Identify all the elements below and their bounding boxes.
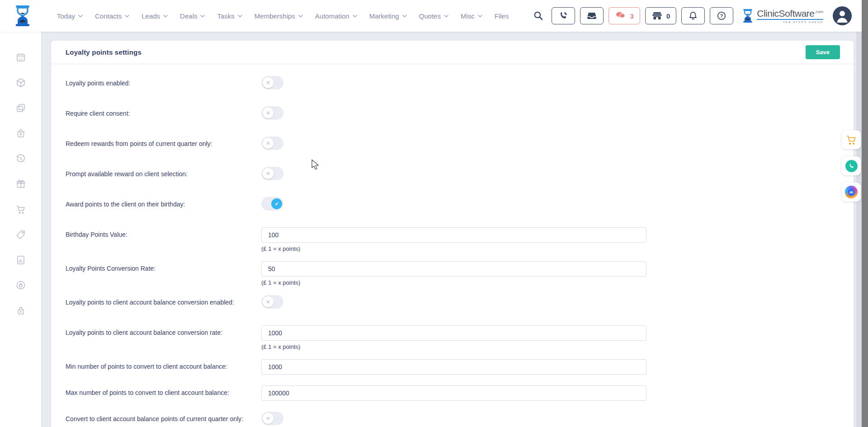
save-button[interactable]: Save (806, 45, 840, 59)
user-avatar[interactable] (833, 6, 852, 25)
toggle-switch-off[interactable]: ✕ (261, 106, 283, 120)
chat-button[interactable]: 3 (609, 7, 640, 24)
toggle-switch-off[interactable]: ✕ (261, 76, 283, 89)
nav-item-label: Memberships (255, 12, 295, 20)
history-icon[interactable] (16, 154, 26, 164)
pos-badge: 0 (666, 12, 670, 20)
nav-item-contacts[interactable]: Contacts (95, 12, 129, 20)
form-row: Loyalty points to client account balance… (66, 325, 840, 350)
form-row: Convert to client account balance points… (66, 412, 840, 425)
cross-icon: ✕ (263, 138, 274, 149)
cart-icon (846, 134, 857, 145)
field-label: Loyalty points to client account balance… (66, 295, 261, 306)
text-input[interactable] (261, 261, 646, 277)
toggle-switch-on[interactable]: ✓ (261, 197, 283, 211)
nav-item-quotes[interactable]: Quotes (419, 12, 448, 20)
field-label: Birthday Points Value: (66, 227, 261, 238)
gift-icon[interactable] (16, 179, 26, 189)
form-row: Max number of points to convert to clien… (66, 385, 840, 401)
chevron-down-icon (402, 14, 407, 18)
cross-icon: ✕ (263, 77, 274, 88)
cross-icon: ✕ (263, 108, 274, 118)
notifications-button[interactable] (681, 7, 705, 24)
nav-item-label: Misc (461, 12, 475, 20)
form-row: Prompt available reward on client select… (66, 167, 840, 180)
left-sidebar: 12 (0, 32, 41, 427)
chat-badge: 3 (630, 12, 634, 20)
account-privacy-icon[interactable] (16, 280, 26, 290)
nav-item-label: Files (495, 12, 509, 20)
cart-icon[interactable] (16, 204, 26, 214)
nav-item-marketing[interactable]: Marketing (369, 12, 407, 20)
nav-item-label: Deals (180, 12, 197, 20)
field-label: Prompt available reward on client select… (66, 167, 261, 178)
nav-item-files[interactable]: Files (495, 12, 509, 20)
toggle-switch-off[interactable]: ✕ (261, 295, 283, 309)
pos-store-button[interactable]: 0 (645, 7, 676, 24)
chevron-down-icon (444, 14, 448, 18)
chevron-down-icon (78, 14, 83, 18)
nav-item-automation[interactable]: Automation (315, 12, 357, 20)
nav-item-deals[interactable]: Deals (180, 12, 205, 20)
field-control: ✕ (261, 167, 283, 180)
nav-item-memberships[interactable]: Memberships (255, 12, 303, 20)
nav-item-leads[interactable]: Leads (142, 12, 168, 20)
chevron-down-icon (163, 14, 168, 18)
field-label: Min number of points to convert to clien… (66, 359, 261, 370)
form-row: Redeem rewards from points of current qu… (66, 136, 840, 150)
field-control: (£ 1 = x points) (261, 261, 646, 286)
quick-cart-button[interactable] (842, 130, 861, 149)
help-button[interactable]: ? (710, 7, 733, 24)
text-input[interactable] (261, 385, 646, 401)
toggle-switch-off[interactable]: ✕ (261, 412, 283, 425)
brand-tld: .com (814, 9, 823, 14)
text-input[interactable] (261, 227, 646, 243)
toggle-switch-off[interactable]: ✕ (261, 136, 283, 150)
quick-phone-button[interactable] (842, 156, 861, 175)
nav-item-label: Quotes (419, 12, 441, 20)
field-control (261, 359, 646, 375)
price-tag-icon[interactable] (16, 230, 26, 239)
nav-item-label: Automation (315, 12, 349, 20)
form-rows: Loyalty points enabled:✕Require client c… (51, 64, 854, 425)
bell-icon (688, 11, 698, 21)
app-logo-hourglass-icon[interactable] (14, 5, 32, 27)
cross-icon: ✕ (263, 168, 274, 179)
helper-text: (£ 1 = x points) (261, 279, 646, 286)
chevron-down-icon (238, 14, 242, 18)
bag-download-icon[interactable] (16, 128, 26, 138)
lock-icon[interactable] (16, 305, 26, 315)
window-scrollbar[interactable] (862, 0, 868, 427)
quick-actions: AI (842, 130, 861, 202)
duplicates-icon[interactable] (16, 103, 26, 113)
quick-ai-button[interactable]: AI (842, 183, 861, 202)
field-control: ✕ (261, 76, 283, 89)
nav-item-tasks[interactable]: Tasks (217, 12, 242, 20)
text-input[interactable] (261, 359, 646, 375)
form-row: Loyalty points to client account balance… (66, 295, 840, 309)
nav-item-label: Leads (142, 12, 160, 20)
chevron-down-icon (478, 14, 482, 18)
topbar-actions: 3 0 ? (533, 6, 852, 25)
package-icon[interactable] (16, 78, 26, 88)
inbox-button[interactable] (580, 7, 604, 24)
field-control: ✓ (261, 197, 283, 211)
cross-icon: ✕ (263, 296, 274, 307)
inbox-icon (586, 11, 597, 21)
nav-item-label: Tasks (217, 12, 234, 20)
chevron-down-icon (353, 14, 357, 18)
report-icon[interactable] (16, 255, 26, 265)
search-icon[interactable] (533, 10, 544, 21)
phone-call-button[interactable] (552, 7, 575, 24)
field-control: ✕ (261, 295, 283, 309)
content-scroll-track[interactable] (856, 32, 862, 427)
toggle-switch-off[interactable]: ✕ (261, 167, 283, 180)
check-icon: ✓ (271, 198, 282, 209)
nav-item-today[interactable]: Today (57, 12, 83, 20)
helper-text: (£ 1 = x points) (261, 343, 646, 350)
calendar-12-icon[interactable]: 12 (16, 52, 26, 62)
nav-item-label: Marketing (369, 12, 399, 20)
text-input[interactable] (261, 325, 646, 341)
help-icon: ? (717, 11, 726, 21)
nav-item-misc[interactable]: Misc (461, 12, 482, 20)
